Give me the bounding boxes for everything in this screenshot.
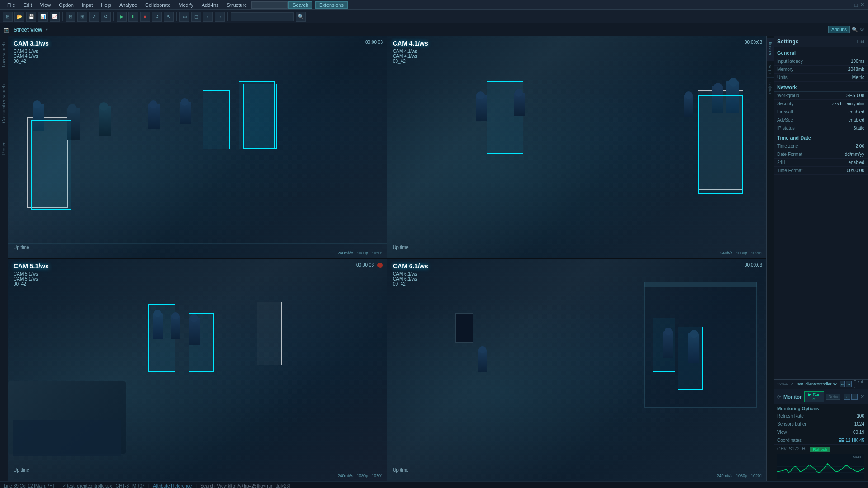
menu-structure[interactable]: Structure <box>223 1 251 9</box>
view-getit[interactable]: Get it ↓ <box>854 380 864 389</box>
rtab-files[interactable]: Files <box>767 61 774 77</box>
toolbar-sep4 <box>227 12 228 21</box>
toolbar-search-btn[interactable]: 🔍 <box>296 12 306 22</box>
refresh-btn[interactable]: Refresh <box>810 447 830 452</box>
cam1-label: CAM 3.1/ws <box>14 40 49 47</box>
monitor-icon: ⟳ <box>777 394 781 399</box>
menu-addins[interactable]: Add-Ins <box>198 1 222 9</box>
monitor-title: Monitor <box>783 394 802 399</box>
camera-cell-4[interactable]: CAM 6.1/ws CAM 6.1/ws CAM 6.1/ws 00_42 0… <box>387 259 766 481</box>
settings-header: Settings Edit <box>774 36 868 47</box>
run-ai-btn[interactable]: ▶ Run AI <box>804 391 824 402</box>
cam1-timer: 00:00:03 <box>365 40 383 45</box>
search-button[interactable]: Search <box>288 1 312 9</box>
monitor-view: View 00.19 <box>774 428 868 436</box>
toolbar-sep3 <box>176 12 177 21</box>
monitor-refresh-rate: Refresh Rate 100 <box>774 412 868 420</box>
sidebar-tab-car-number[interactable]: Car number search <box>0 83 7 125</box>
status-attr-ref[interactable]: Attribute Reference <box>153 483 192 488</box>
settings-timedate-title: Time and Date <box>774 132 868 142</box>
status-file: ✓ test_clientcontroller.px <box>62 483 112 488</box>
camera-cell-3[interactable]: CAM 5.1/ws CAM 5.1/ws CAM 5.1/ws 00_42 0… <box>8 259 387 481</box>
view-back-btn[interactable]: ← <box>840 381 845 387</box>
svg-rect-0 <box>777 454 864 479</box>
tool-poly[interactable]: ◻ <box>191 12 201 22</box>
monitor-forward-btn[interactable]: → <box>851 394 858 400</box>
sidebar-tab-project[interactable]: Project <box>0 139 7 156</box>
monitor-close-btn[interactable]: ✕ <box>860 394 864 400</box>
tool-play[interactable]: ▶ <box>117 12 127 22</box>
cam-top-bar: 📷 Street view ▾ Add-ins 🔍 ⚙ <box>0 23 868 36</box>
settings-title: Settings <box>777 38 798 45</box>
debug-btn[interactable]: Debu <box>826 394 840 400</box>
menu-input[interactable]: Input <box>78 1 96 9</box>
settings-time-format: Time Format 00:00:00 <box>774 167 868 175</box>
tool-rect[interactable]: ▭ <box>179 12 189 22</box>
rtab-project[interactable]: Project <box>767 77 774 98</box>
tool-split[interactable]: ⊞ <box>77 12 87 22</box>
menu-help[interactable]: Help <box>97 1 115 9</box>
window-close[interactable]: ✕ <box>860 2 864 8</box>
window-minimize[interactable]: ─ <box>849 2 852 8</box>
tool-chart[interactable]: 📊 <box>38 12 48 22</box>
settings-icon[interactable]: ⚙ <box>860 27 864 33</box>
menu-collaborate[interactable]: Collaborate <box>142 1 174 9</box>
monitor-options-title: Monitoring Options <box>774 404 868 412</box>
tool-pause[interactable]: ⏸ <box>128 12 138 22</box>
camera-cell-2[interactable]: CAM 4.1/ws CAM 4.1/ws CAM 4.1/ws 00_42 0… <box>387 36 766 258</box>
monitor-graph: 5440 <box>777 454 864 479</box>
monitor-controls: ▶ Run AI Debu ← → ✕ <box>804 391 864 402</box>
camera-cell-1[interactable]: CAM 3.1/ws CAM 3.1/ws CAM 4.1/ws 00_42 0… <box>8 36 387 258</box>
tool-loop[interactable]: ↺ <box>152 12 162 22</box>
tool-graph[interactable]: 📈 <box>50 12 60 22</box>
menu-analyze[interactable]: Analyze <box>116 1 141 9</box>
toolbar-search-input[interactable] <box>231 12 294 21</box>
cam1-uptime: Up time <box>14 245 29 250</box>
settings-date-format: Date Format dd/mm/yy <box>774 150 868 159</box>
monitor-header: ⟳ Monitor ▶ Run AI Debu ← → ✕ <box>774 389 868 404</box>
right-content: Settings Edit General Input latency 100m… <box>774 36 868 481</box>
cam1-stats: 240mb/s 1080p 10201 <box>337 251 383 255</box>
extensions-button[interactable]: Extensions <box>315 1 348 9</box>
tool-rotate[interactable]: ↺ <box>101 12 111 22</box>
tool-stop[interactable]: ■ <box>140 12 150 22</box>
monitor-panel: ⟳ Monitor ▶ Run AI Debu ← → ✕ Monitoring… <box>774 389 868 481</box>
window-maximize[interactable]: □ <box>854 2 858 8</box>
search-icon[interactable]: 🔍 <box>852 27 858 33</box>
menu-file[interactable]: File <box>4 1 19 9</box>
svg-text:5440: 5440 <box>853 455 862 459</box>
settings-general-title: General <box>774 47 868 57</box>
cam-view-icon: 📷 <box>4 27 10 33</box>
tool-select[interactable]: ↖ <box>164 12 174 22</box>
right-outer-panel: Tracking Files Project Settings Edit Gen… <box>766 36 868 481</box>
menu-modify[interactable]: Modify <box>175 1 197 9</box>
addins-btn[interactable]: Add-ins <box>828 26 850 33</box>
settings-memory: Memory 2048mb <box>774 66 868 74</box>
menu-search-input[interactable] <box>251 1 288 9</box>
tool-grid[interactable]: ⊟ <box>66 12 75 22</box>
tool-new[interactable]: ⊞ <box>3 12 13 22</box>
monitor-back-btn[interactable]: ← <box>844 394 850 400</box>
view-arrow-left[interactable]: ✓ <box>790 382 794 386</box>
menu-edit[interactable]: Edit <box>20 1 36 9</box>
menu-bar: File Edit View Option Input Help Analyze… <box>0 0 868 10</box>
tool-link[interactable]: ↗ <box>89 12 99 22</box>
menu-view[interactable]: View <box>37 1 55 9</box>
tool-save[interactable]: 💾 <box>26 12 36 22</box>
tool-open[interactable]: 📂 <box>14 12 24 22</box>
cam-view-dropdown[interactable]: ▾ <box>46 27 48 32</box>
tool-arr-right[interactable]: → <box>215 12 225 22</box>
sidebar-tab-face-search[interactable]: Face search <box>0 41 7 69</box>
cam4-uptime: Up time <box>393 468 408 473</box>
view-zoom: 120% <box>777 382 788 386</box>
tool-arr-left[interactable]: ← <box>203 12 213 22</box>
settings-ip-status: IP status Static <box>774 124 868 132</box>
gh-label: GH//_S172_HJ <box>777 446 807 451</box>
view-forward-btn[interactable]: → <box>846 381 851 387</box>
settings-edit-btn[interactable]: Edit <box>857 39 864 44</box>
rtab-tracking[interactable]: Tracking <box>767 38 774 61</box>
cam2-stats: 240b/s 1080p 10201 <box>720 251 762 255</box>
view-filename: test_clientcontroller.px <box>797 382 837 386</box>
cam4-sublabel: CAM 6.1/ws CAM 6.1/ws 00_42 <box>393 272 417 286</box>
menu-option[interactable]: Option <box>55 1 77 9</box>
